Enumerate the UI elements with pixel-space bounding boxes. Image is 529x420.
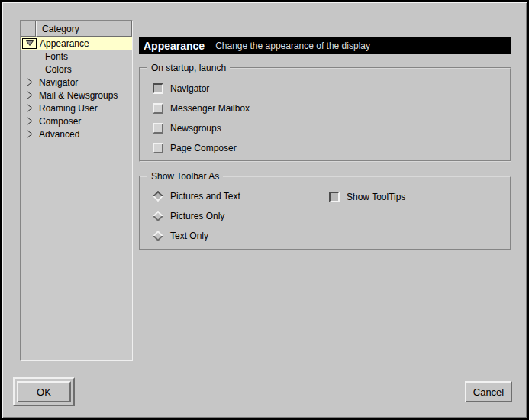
tree-item-composer[interactable]: Composer: [21, 115, 132, 128]
tree-item-roaming-user[interactable]: Roaming User: [21, 102, 132, 115]
checkbox-label: Newsgroups: [170, 123, 221, 134]
tree-item-label: Roaming User: [39, 103, 98, 114]
tree-header: Category: [21, 21, 132, 37]
radio-label: Pictures Only: [170, 211, 224, 221]
tree-item-navigator[interactable]: Navigator: [21, 76, 132, 89]
category-tree: Category Appearance Fonts Colors Navigat…: [20, 20, 133, 361]
checkbox-row-messenger-mailbox[interactable]: Messenger Mailbox: [153, 103, 510, 114]
toolbar-group: Show Toolbar As Pictures and Text Pictur…: [139, 176, 511, 250]
tree-item-label: Appearance: [40, 38, 89, 49]
pictures-only-radio[interactable]: [153, 211, 163, 221]
cancel-button[interactable]: Cancel: [465, 381, 512, 402]
tree-item-colors[interactable]: Colors: [21, 63, 132, 76]
tree-item-label: Composer: [39, 116, 81, 127]
checkbox-row-newsgroups[interactable]: Newsgroups: [153, 123, 510, 134]
tree-item-advanced[interactable]: Advanced: [21, 128, 132, 141]
tree-item-label: Navigator: [39, 77, 78, 88]
tree-item-label: Fonts: [45, 51, 68, 62]
page-composer-checkbox[interactable]: [153, 143, 163, 153]
tree-item-mail-newsgroups[interactable]: Mail & Newsgroups: [21, 89, 132, 102]
show-tooltips-checkbox[interactable]: [329, 192, 340, 202]
expand-arrow-icon[interactable]: [27, 91, 39, 99]
tree-item-label: Advanced: [39, 129, 79, 140]
checkbox-row-navigator[interactable]: Navigator: [153, 83, 510, 94]
checkbox-label: Show ToolTips: [347, 192, 405, 202]
ok-default-ring: OK: [13, 377, 75, 406]
tree-item-label: Colors: [45, 64, 72, 75]
checkbox-label: Messenger Mailbox: [170, 103, 250, 114]
tree-item-fonts[interactable]: Fonts: [21, 50, 132, 63]
expand-arrow-icon[interactable]: [27, 117, 39, 125]
checkbox-label: Page Composer: [170, 143, 237, 153]
ok-button[interactable]: OK: [17, 381, 71, 402]
tree-header-label: Category: [36, 21, 132, 37]
expand-arrow-icon[interactable]: [27, 130, 39, 138]
newsgroups-checkbox[interactable]: [153, 123, 163, 134]
checkbox-row-page-composer[interactable]: Page Composer: [153, 143, 510, 153]
toolbar-group-title: Show Toolbar As: [147, 171, 223, 182]
radio-row-pictures-only[interactable]: Pictures Only: [153, 211, 510, 221]
radio-row-text-only[interactable]: Text Only: [153, 231, 510, 241]
preferences-dialog: Category Appearance Fonts Colors Navigat…: [0, 0, 529, 420]
tree-item-appearance[interactable]: Appearance: [21, 37, 132, 50]
checkbox-row-show-tooltips[interactable]: Show ToolTips: [329, 192, 405, 202]
page-header: Appearance Change the appearance of the …: [139, 37, 511, 54]
messenger-mailbox-checkbox[interactable]: [153, 103, 163, 114]
collapse-arrow-icon[interactable]: [22, 38, 37, 49]
radio-label: Pictures and Text: [170, 191, 240, 202]
checkbox-label: Navigator: [170, 83, 209, 94]
startup-group: On startup, launch Navigator Messenger M…: [139, 67, 511, 162]
page-subtitle: Change the appearance of the display: [215, 40, 370, 51]
navigator-checkbox[interactable]: [153, 83, 163, 94]
radio-label: Text Only: [170, 231, 208, 241]
pictures-and-text-radio[interactable]: [153, 191, 163, 202]
text-only-radio[interactable]: [153, 231, 163, 241]
tree-header-corner: [21, 21, 36, 37]
page-title: Appearance: [139, 40, 205, 52]
startup-group-title: On startup, launch: [147, 63, 230, 73]
expand-arrow-icon[interactable]: [27, 78, 39, 86]
tree-item-label: Mail & Newsgroups: [39, 90, 118, 101]
expand-arrow-icon[interactable]: [27, 104, 39, 112]
